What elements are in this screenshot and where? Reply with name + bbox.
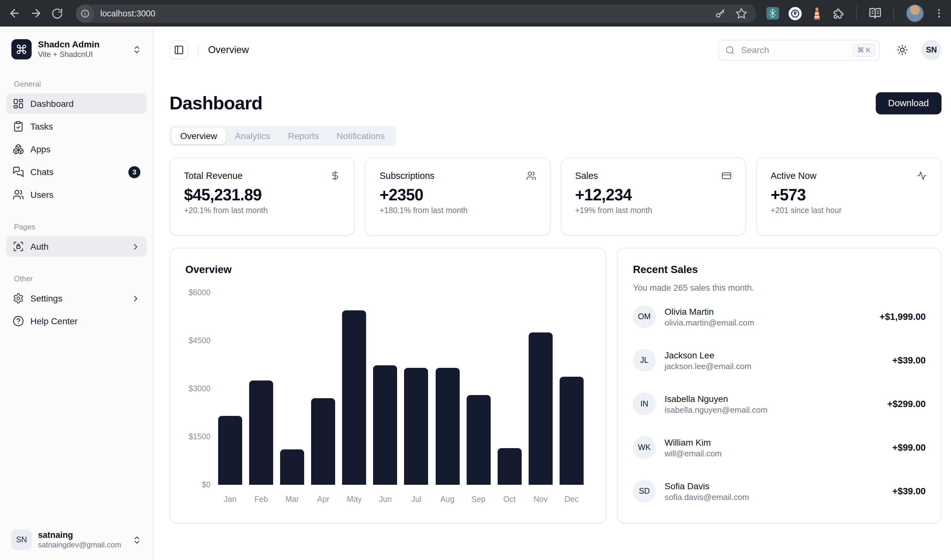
sidebar-item-label: Dashboard — [30, 98, 140, 109]
reading-list-book-icon[interactable] — [869, 7, 882, 20]
sale-name: William Kim — [664, 437, 722, 448]
sale-name: Olivia Martin — [664, 306, 754, 317]
sale-name: Sofia Davis — [664, 480, 749, 491]
app-window: Shadcn Admin Vite + ShadcnUI General Das… — [0, 26, 951, 560]
sale-email: will@email.com — [664, 448, 722, 458]
address-bar[interactable]: localhost:3000 — [76, 4, 756, 22]
app-header: Overview ⌘ K SN — [154, 26, 951, 73]
sidebar-toggle-button[interactable] — [170, 40, 188, 59]
stat-title: Sales — [575, 171, 598, 181]
list-item: JL Jackson Lee jackson.lee@email.com +$3… — [633, 349, 926, 372]
search-shortcut-kbd: ⌘ K — [853, 43, 875, 57]
tab-list: Overview Analytics Reports Notifications — [170, 126, 396, 146]
search-field[interactable] — [740, 44, 848, 55]
sidebar-item-chats[interactable]: Chats 3 — [6, 162, 147, 182]
recent-sales-list: OM Olivia Martin olivia.martin@email.com… — [633, 305, 926, 503]
sidebar-item-auth[interactable]: Auth — [6, 236, 147, 257]
chevrons-up-down-icon — [132, 45, 142, 54]
list-item: WK William Kim will@email.com +$99.00 — [633, 436, 926, 459]
breadcrumb: Overview — [208, 44, 249, 55]
chart-bar-jul — [404, 368, 428, 485]
search-icon — [725, 45, 735, 55]
sidebar-item-label: Tasks — [30, 122, 140, 131]
tab-notifications[interactable]: Notifications — [328, 128, 394, 144]
chart-bar-mar — [280, 449, 304, 485]
stat-value: $45,231.89 — [184, 186, 341, 204]
stat-title: Active Now — [771, 171, 817, 181]
tab-analytics[interactable]: Analytics — [226, 128, 279, 144]
stat-title: Total Revenue — [184, 171, 242, 181]
header-divider — [198, 43, 199, 57]
sidebar-item-help-center[interactable]: Help Center — [6, 311, 147, 331]
sidebar-item-label: Chats — [30, 167, 162, 177]
stats-row: Total Revenue $45,231.89 +20.1% from las… — [170, 157, 942, 236]
download-button[interactable]: Download — [875, 92, 942, 114]
extension-lighthouse-icon[interactable] — [811, 7, 823, 20]
chart-bar-feb — [249, 380, 273, 485]
theme-toggle-button[interactable] — [894, 41, 911, 59]
browser-forward-icon[interactable] — [25, 3, 47, 24]
lock-scan-icon — [12, 241, 24, 252]
list-item: SD Sofia Davis sofia.davis@email.com +$3… — [633, 480, 926, 503]
avatar: OM — [633, 305, 656, 328]
section-label-other: Other — [6, 274, 147, 283]
stat-change: +19% from last month — [575, 206, 732, 215]
password-key-icon[interactable] — [715, 7, 726, 19]
sidebar: Shadcn Admin Vite + ShadcnUI General Das… — [0, 26, 154, 560]
dollar-sign-icon — [330, 171, 341, 181]
chart-bars — [218, 292, 584, 485]
browser-back-icon[interactable] — [4, 3, 25, 24]
sidebar-item-users[interactable]: Users — [6, 185, 147, 205]
browser-menu-dots-icon[interactable] — [933, 8, 945, 19]
chart-xlabel: Feb — [249, 495, 273, 504]
chart-bar-apr — [311, 398, 335, 485]
chart-bar-nov — [529, 332, 553, 485]
sale-name: Isabella Nguyen — [664, 393, 768, 404]
chart-ytick: $6000 — [185, 288, 211, 298]
chart-xlabel: May — [342, 495, 367, 504]
recent-sales-card: Recent Sales You made 265 sales this mon… — [617, 248, 942, 523]
chats-badge: 3 — [128, 166, 140, 178]
browser-reload-icon[interactable] — [46, 3, 68, 24]
chart-xlabels: JanFebMarAprMayJunJulAugSepOctNovDec — [218, 495, 584, 504]
sale-amount: +$299.00 — [887, 399, 926, 409]
extension-password-manager-icon[interactable] — [789, 7, 802, 20]
sidebar-item-settings[interactable]: Settings — [6, 288, 147, 308]
browser-profile-avatar[interactable] — [906, 5, 924, 22]
url-text[interactable]: localhost:3000 — [100, 9, 715, 18]
chart-xlabel: Nov — [529, 495, 553, 504]
browser-toolbar: localhost:3000 — [0, 0, 951, 26]
avatar: IN — [633, 392, 656, 415]
sale-amount: +$1,999.00 — [880, 312, 926, 322]
team-switcher[interactable]: Shadcn Admin Vite + ShadcnUI — [6, 34, 147, 65]
stat-change: +201 since last hour — [771, 206, 927, 215]
sidebar-item-apps[interactable]: Apps — [6, 139, 147, 159]
stat-title: Subscriptions — [380, 171, 435, 181]
tab-reports[interactable]: Reports — [279, 128, 328, 144]
bookmark-star-icon[interactable] — [735, 7, 748, 19]
overview-chart-card: Overview $0$1500$3000$4500$6000 JanFebMa… — [170, 248, 606, 523]
sale-name: Jackson Lee — [664, 349, 752, 361]
stat-card-total-revenue: Total Revenue $45,231.89 +20.1% from las… — [170, 157, 355, 236]
tab-overview[interactable]: Overview — [171, 128, 226, 144]
chart-bar-may — [342, 310, 367, 485]
list-item: OM Olivia Martin olivia.martin@email.com… — [633, 305, 926, 328]
sidebar-user-menu[interactable]: SN satnaing satnaingdev@gmail.com — [6, 525, 147, 555]
sidebar-item-tasks[interactable]: Tasks — [6, 116, 147, 137]
sidebar-item-label: Settings — [30, 293, 125, 303]
sidebar-item-label: Auth — [30, 242, 125, 252]
sale-amount: +$39.00 — [892, 486, 926, 496]
chart-xlabel: Jun — [373, 495, 398, 504]
extensions-puzzle-icon[interactable] — [832, 7, 844, 19]
sale-email: jackson.lee@email.com — [664, 361, 752, 371]
chevrons-up-down-icon — [132, 535, 142, 545]
sidebar-item-label: Help Center — [30, 316, 140, 326]
header-user-avatar[interactable]: SN — [921, 40, 942, 60]
sale-email: isabella.nguyen@email.com — [664, 404, 768, 415]
sidebar-item-dashboard[interactable]: Dashboard — [6, 94, 147, 114]
site-info-icon[interactable] — [76, 4, 94, 22]
search-input[interactable]: ⌘ K — [718, 40, 880, 60]
stat-change: +20.1% from last month — [184, 206, 341, 215]
avatar: WK — [633, 436, 656, 459]
extension-teal-icon[interactable] — [766, 7, 779, 20]
